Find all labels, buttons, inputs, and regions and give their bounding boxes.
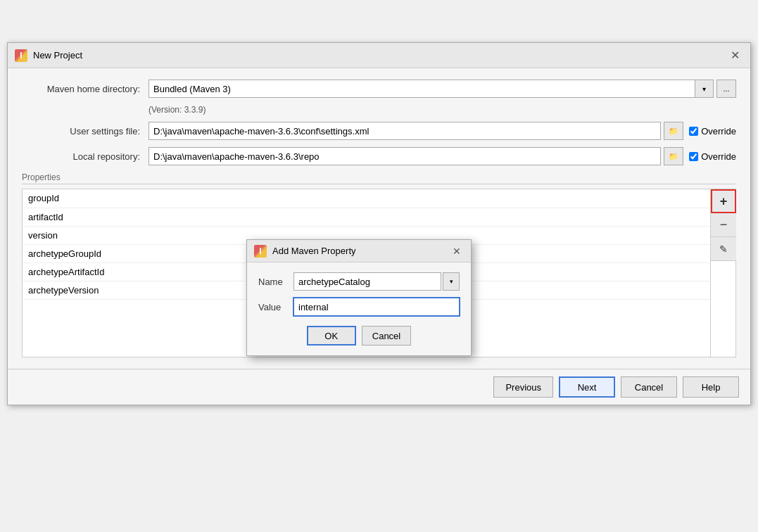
user-settings-label: User settings file: <box>22 126 149 137</box>
user-settings-input[interactable] <box>149 122 661 140</box>
maven-home-browse-btn[interactable]: ... <box>716 80 736 98</box>
prop-value-cell <box>367 208 711 226</box>
modal-ok-btn[interactable]: OK <box>307 326 356 346</box>
remove-property-btn[interactable]: − <box>711 213 736 237</box>
modal-name-dropdown-arrow[interactable]: ▾ <box>443 272 460 291</box>
close-button[interactable]: ✕ <box>726 47 743 64</box>
maven-home-dropdown-btn[interactable]: ▾ <box>695 80 714 98</box>
maven-home-row: Maven home directory: Bundled (Maven 3) … <box>22 80 736 98</box>
user-settings-row: User settings file: 📁 Override <box>22 122 736 140</box>
intellij-icon: I <box>15 49 27 62</box>
properties-section-label: Properties <box>22 172 736 184</box>
user-settings-browse-btn[interactable]: 📁 <box>664 122 683 140</box>
local-repo-control: 📁 Override <box>149 147 736 165</box>
user-settings-control: 📁 Override <box>149 122 736 140</box>
modal-cancel-btn[interactable]: Cancel <box>362 326 411 346</box>
table-row[interactable]: artifactId <box>23 208 710 226</box>
title-bar: I New Project ✕ <box>8 43 750 68</box>
modal-value-input[interactable] <box>293 298 460 316</box>
props-sidebar: + − ✎ <box>710 189 735 357</box>
modal-body: Name archetypeCatalog ▾ Value OK Cancel <box>247 262 471 355</box>
modal-name-input-group: archetypeCatalog ▾ <box>293 272 460 291</box>
modal-intellij-icon: I <box>254 245 267 258</box>
modal-buttons: OK Cancel <box>258 326 460 346</box>
window-title: New Project <box>33 50 726 61</box>
maven-home-control: Bundled (Maven 3) ▾ ... <box>149 80 736 98</box>
modal-name-row: Name archetypeCatalog ▾ <box>258 272 460 291</box>
edit-property-btn[interactable]: ✎ <box>711 237 736 261</box>
user-settings-override-checkbox[interactable] <box>689 127 698 136</box>
prop-name-cell: groupId <box>23 189 367 208</box>
modal-title: Add Maven Property <box>272 246 450 256</box>
next-btn[interactable]: Next <box>559 376 615 398</box>
local-repo-browse-btn[interactable]: 📁 <box>664 147 683 165</box>
add-property-btn[interactable]: + <box>711 189 736 213</box>
local-repo-label: Local repository: <box>22 151 149 162</box>
table-row[interactable]: groupId <box>23 189 710 208</box>
modal-name-select[interactable]: archetypeCatalog <box>293 272 441 291</box>
local-repo-row: Local repository: 📁 Override <box>22 147 736 165</box>
previous-btn[interactable]: Previous <box>493 376 553 398</box>
user-settings-override-label[interactable]: Override <box>689 126 736 137</box>
prop-value-cell <box>367 189 711 208</box>
prop-name-cell: artifactId <box>23 208 367 226</box>
maven-home-select[interactable]: Bundled (Maven 3) <box>149 80 695 98</box>
bottom-bar: Previous Next Cancel Help <box>8 369 750 405</box>
modal-title-bar: I Add Maven Property ✕ <box>247 240 471 262</box>
maven-home-label: Maven home directory: <box>22 84 149 94</box>
modal-name-label: Name <box>258 277 293 287</box>
modal-value-row: Value <box>258 298 460 316</box>
local-repo-input[interactable] <box>149 147 661 165</box>
modal-value-label: Value <box>258 302 293 312</box>
cancel-btn[interactable]: Cancel <box>621 376 677 398</box>
local-repo-override-checkbox[interactable] <box>689 152 698 161</box>
modal-close-btn[interactable]: ✕ <box>450 244 464 258</box>
local-repo-override-label[interactable]: Override <box>689 151 736 162</box>
help-btn[interactable]: Help <box>683 376 739 398</box>
maven-version-note: (Version: 3.3.9) <box>149 105 736 115</box>
add-maven-property-dialog: I Add Maven Property ✕ Name archetypeCat… <box>246 239 472 356</box>
